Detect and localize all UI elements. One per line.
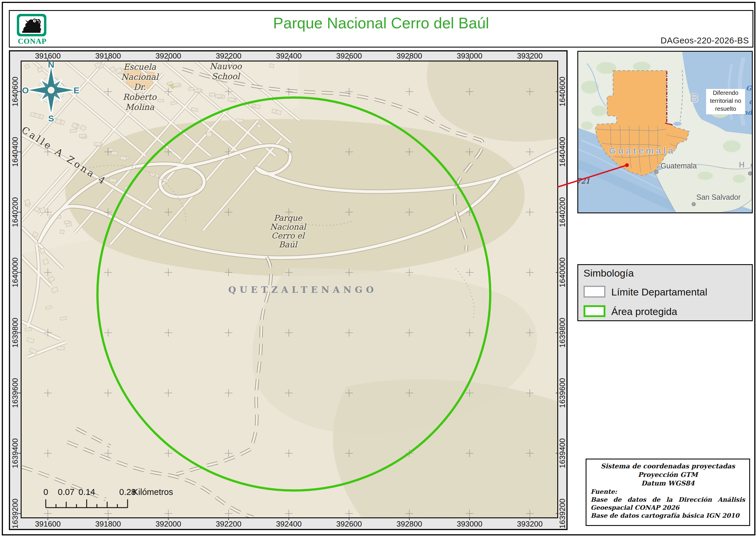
- country-label: Guatemala: [609, 146, 676, 156]
- grid-label-bottom: 392400: [271, 520, 306, 528]
- grid-tick: [47, 518, 48, 520]
- grid-tick: [556, 91, 558, 92]
- country-inset-map[interactable]: B Guatemala Guatemala San Salvador H o G…: [577, 51, 753, 213]
- grid-label-bottom: 393000: [452, 520, 487, 528]
- sea-label-fragment-1: Gu: [746, 84, 753, 92]
- grid-tick: [18, 91, 21, 92]
- number-label: 721: [577, 177, 590, 185]
- protected-area-swatch: [583, 305, 605, 317]
- grid-label-right: 1639800: [558, 315, 566, 351]
- compass-rose-icon: N E S O: [21, 61, 80, 123]
- grid-tick: [409, 58, 410, 61]
- crs-line-2: Proyección GTM: [591, 470, 745, 479]
- grid-tick: [168, 58, 169, 61]
- grid-tick: [168, 518, 169, 520]
- grid-tick: [409, 518, 410, 520]
- map-document: CONAP Parque Nacional Cerro del Baúl DAG…: [0, 0, 756, 536]
- crs-line-1: Sistema de coordenadas proyectadas: [591, 462, 745, 470]
- nauvoo-school-label: Nauvoo School: [204, 61, 248, 82]
- grid-tick: [18, 513, 21, 514]
- scale-bar-ticks: [39, 498, 140, 509]
- grid-tick: [18, 332, 21, 333]
- school-label: Escuela Nacional Dr. Roberto Molina: [116, 62, 163, 112]
- grid-label-bottom: 392600: [331, 520, 367, 528]
- grid-label-bottom: 391600: [30, 520, 66, 528]
- grid-tick: [18, 212, 21, 213]
- source-1: Base de datos de la Dirección Análisis G…: [591, 495, 745, 512]
- inset-basemap: [578, 52, 752, 213]
- belize-label-fragment: B: [690, 91, 698, 105]
- grid-tick: [529, 58, 530, 61]
- grid-label-bottom: 392200: [211, 520, 246, 528]
- park-name-label: Parque Nacional Cerro el Baúl: [264, 214, 312, 249]
- honduras-label-fragment: H o: [739, 160, 753, 170]
- grid-tick: [556, 453, 558, 453]
- territorial-dispute-note: Diferendo territorial no resuelto: [706, 89, 745, 114]
- grid-label-right: 1639200: [558, 496, 566, 531]
- grid-tick: [556, 513, 558, 514]
- scale-bar: 0 0.07 0.14 0.28 Kilómetros: [39, 487, 216, 514]
- grid-label-right: 1640000: [558, 255, 566, 290]
- grid-tick: [556, 272, 558, 273]
- grid-tick: [556, 393, 558, 393]
- grid-label-bottom: 392000: [151, 520, 186, 528]
- grid-tick: [228, 518, 229, 520]
- coordinate-system-box: Sistema de coordenadas proyectadas Proye…: [585, 458, 750, 526]
- grid-tick: [47, 58, 48, 61]
- grid-label-right: 1639600: [558, 375, 566, 411]
- crs-line-3: Datum WGS84: [591, 479, 745, 487]
- grid-label-right: 1640200: [558, 194, 566, 230]
- grid-tick: [556, 151, 558, 152]
- legend-item-departmental: Límite Departamental: [611, 286, 707, 298]
- grid-tick: [228, 58, 229, 61]
- grid-tick: [18, 272, 21, 273]
- main-map-frame: N E S O Escuela Nacional Dr. Roberto Mol…: [9, 50, 568, 530]
- grid-tick: [556, 332, 558, 333]
- grid-tick: [18, 453, 21, 453]
- legend-item-protected: Área protegida: [611, 306, 677, 318]
- source-label: Fuente:: [591, 487, 745, 495]
- compass-n-label: N: [48, 61, 54, 69]
- grid-tick: [108, 58, 109, 61]
- grid-tick: [349, 58, 349, 61]
- legend-title: Simbología: [583, 267, 634, 279]
- grid-tick: [556, 212, 558, 213]
- san-salvador-label: San Salvador: [696, 193, 740, 202]
- grid-tick: [469, 58, 470, 61]
- grid-label-right: 1640400: [558, 134, 566, 170]
- header: CONAP Parque Nacional Cerro del Baúl DAG…: [9, 10, 753, 48]
- grid-label-bottom: 391800: [90, 520, 126, 528]
- grid-label-right: 1640600: [558, 74, 566, 109]
- source-2: Base de datos cartografía básica IGN 201…: [591, 512, 745, 519]
- grid-tick: [289, 518, 289, 520]
- conap-logo-text: CONAP: [15, 37, 50, 46]
- scale-unit-label: Kilómetros: [133, 487, 173, 497]
- grid-tick: [18, 151, 21, 152]
- compass-o-label: O: [22, 85, 29, 95]
- scale-tick-014: 0.14: [74, 487, 100, 497]
- grid-label-bottom: 393200: [512, 520, 548, 528]
- sea-label-fragment-2: d: [749, 98, 753, 106]
- grid-label-bottom: 392800: [392, 520, 427, 528]
- main-map[interactable]: N E S O Escuela Nacional Dr. Roberto Mol…: [21, 61, 558, 518]
- page-title: Parque Nacional Cerro del Baúl: [10, 11, 752, 35]
- grid-tick: [18, 393, 21, 393]
- grid-tick: [529, 518, 530, 520]
- grid-tick: [349, 518, 349, 520]
- department-limit-swatch: [583, 286, 605, 298]
- department-label: QUETZALTENANGO: [228, 285, 377, 295]
- grid-tick: [469, 518, 470, 520]
- legend: Simbología Límite Departamental Área pro…: [577, 264, 753, 321]
- grid-tick: [289, 58, 289, 61]
- capital-city-label: Guatemala: [661, 162, 697, 170]
- document-code: DAGeos-220-2026-BS: [661, 36, 749, 46]
- compass-s-label: S: [48, 114, 54, 123]
- compass-e-label: E: [74, 85, 79, 95]
- grid-tick: [108, 518, 109, 520]
- grid-label-right: 1639400: [558, 436, 566, 471]
